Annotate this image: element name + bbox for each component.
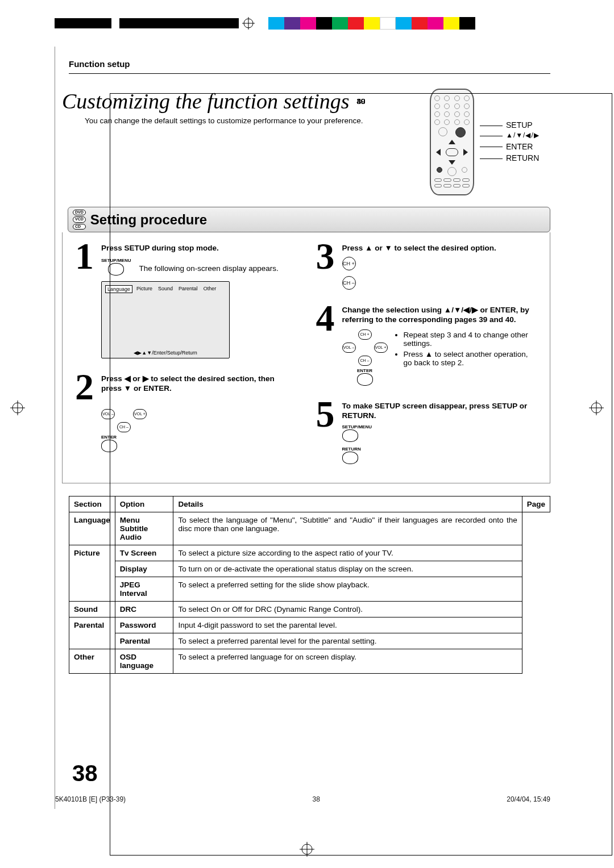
cell-section: Other xyxy=(69,649,115,673)
footer-center: 38 xyxy=(312,795,320,803)
footer-left: 5K40101B [E] (P33-39) xyxy=(55,795,126,803)
step-number: 1 xyxy=(75,243,101,358)
page-number: 38 xyxy=(72,761,98,786)
page-content: Function setup Customizing the function … xyxy=(55,47,557,809)
black-bar xyxy=(55,18,111,28)
registration-mark-icon xyxy=(242,17,255,30)
section-label: Function setup xyxy=(55,47,557,73)
cell-page: 40 xyxy=(110,93,612,856)
table-row: OtherOSD languageTo select a preferred l… xyxy=(69,649,550,673)
cell-section: Sound xyxy=(69,601,115,617)
cell-section: Picture xyxy=(69,545,115,601)
disc-type-badges: DVD VCD CD xyxy=(73,210,86,229)
print-footer: 5K40101B [E] (P33-39) 38 20/4/04, 15:49 xyxy=(55,795,557,803)
registration-row xyxy=(0,16,614,31)
cell-section: Parental xyxy=(69,617,115,649)
black-bar xyxy=(119,18,239,28)
badge-dvd: DVD xyxy=(73,210,86,215)
settings-table: Section Option Details Page LanguageMenu… xyxy=(69,496,550,674)
badge-cd: CD xyxy=(73,224,86,229)
badge-vcd: VCD xyxy=(73,216,86,222)
color-calibration-bar xyxy=(268,17,475,30)
step-number: 2 xyxy=(75,373,101,452)
cell-section: Language xyxy=(69,512,115,545)
registration-mark-icon xyxy=(10,400,25,418)
col-section: Section xyxy=(69,496,115,512)
footer-right: 20/4/04, 15:49 xyxy=(507,795,550,803)
